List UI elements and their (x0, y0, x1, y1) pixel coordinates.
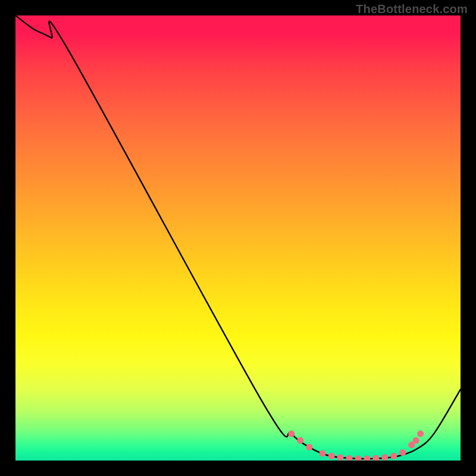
marker-dot (306, 444, 312, 450)
marker-dot (417, 431, 424, 437)
curve-layer (15, 15, 461, 461)
marker-dot (399, 449, 406, 456)
bottleneck-curve (15, 15, 461, 459)
marker-dot (346, 455, 353, 461)
marker-dot (337, 454, 344, 461)
marker-dot (355, 456, 362, 461)
marker-dot (372, 455, 379, 461)
marker-dot (320, 450, 326, 457)
marker-dot (390, 453, 397, 459)
chart-stage: TheBottleneck.com (0, 0, 476, 476)
marker-dots (288, 431, 424, 461)
marker-dot (364, 456, 370, 461)
marker-dot (328, 453, 335, 459)
marker-dot (288, 431, 295, 437)
plot-area (15, 15, 461, 461)
watermark-text: TheBottleneck.com (356, 2, 468, 16)
marker-dot (297, 437, 303, 444)
marker-dot (413, 437, 419, 444)
marker-dot (381, 454, 388, 461)
